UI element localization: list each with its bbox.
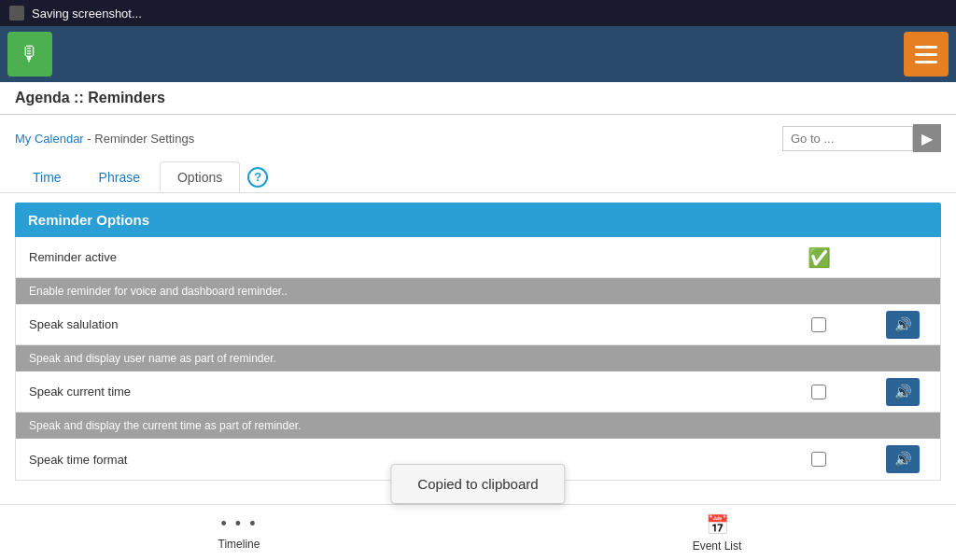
bottom-nav-event-list-label: Event List xyxy=(693,539,742,553)
help-icon[interactable]: ? xyxy=(247,167,268,188)
info-row-0: Enable reminder for voice and dashboard … xyxy=(16,278,940,304)
option-label-speak-current-time: Speak current time xyxy=(16,375,772,408)
option-label-reminder-active: Reminder active xyxy=(16,241,772,273)
checkbox-speak-salulation[interactable] xyxy=(811,317,826,332)
option-row-speak-current-time: Speak current time 🔊 xyxy=(16,371,940,413)
info-row-1: Speak and display user name as part of r… xyxy=(16,345,940,371)
event-list-icon: 📅 xyxy=(706,513,729,536)
option-speaker-area-2: 🔊 xyxy=(865,378,940,406)
screenshot-icon xyxy=(9,6,24,21)
page-title: Agenda :: Reminders xyxy=(15,90,165,105)
option-speaker-area-3: 🔊 xyxy=(865,445,940,473)
info-row-2: Speak and display the current time as pa… xyxy=(16,413,940,439)
page-title-bar: Agenda :: Reminders xyxy=(0,82,956,115)
option-label-speak-salulation: Speak salulation xyxy=(16,308,772,341)
hamburger-line xyxy=(915,53,937,56)
option-check-area-2 xyxy=(772,385,865,399)
option-check-area-3 xyxy=(772,452,865,467)
my-calendar-link[interactable]: My Calendar xyxy=(15,132,84,146)
app-logo: 🎙 xyxy=(7,32,52,77)
breadcrumb-rest: Reminder Settings xyxy=(94,132,194,146)
speaker-button-salulation[interactable]: 🔊 xyxy=(886,311,920,339)
hamburger-line xyxy=(915,61,937,63)
bottom-nav-timeline-label: Timeline xyxy=(218,538,260,551)
bottom-nav-timeline[interactable]: • • • Timeline xyxy=(0,505,478,560)
tab-time[interactable]: Time xyxy=(15,161,79,192)
clipboard-toast: Copied to clipboard xyxy=(390,464,565,504)
tabs-bar: Time Phrase Options ? xyxy=(0,161,956,193)
main-content: Reminder Options Reminder active ✅ Enabl… xyxy=(0,193,956,490)
breadcrumb-separator: - xyxy=(84,132,95,146)
option-row-speak-salulation: Speak salulation 🔊 xyxy=(16,304,940,345)
speaker-button-time-format[interactable]: 🔊 xyxy=(886,445,920,473)
option-check-area-1 xyxy=(772,317,865,332)
section-header: Reminder Options xyxy=(15,203,941,237)
checkbox-speak-current-time[interactable] xyxy=(811,385,826,399)
green-checkmark: ✅ xyxy=(808,246,831,269)
system-bar-label: Saving screenshot... xyxy=(32,7,142,21)
tab-options[interactable]: Options xyxy=(160,161,240,192)
bottom-nav-event-list[interactable]: 📅 Event List xyxy=(478,505,956,560)
tab-phrase[interactable]: Phrase xyxy=(81,161,158,192)
checkbox-speak-time-format[interactable] xyxy=(811,452,826,467)
system-bar: Saving screenshot... xyxy=(0,0,956,26)
goto-icon: ▶ xyxy=(921,130,933,147)
clipboard-toast-text: Copied to clipboard xyxy=(417,476,538,492)
section-title: Reminder Options xyxy=(28,212,149,228)
option-row-reminder-active: Reminder active ✅ xyxy=(16,237,940,278)
hamburger-line xyxy=(915,46,937,49)
breadcrumb: My Calendar - Reminder Settings xyxy=(15,132,194,146)
goto-input[interactable] xyxy=(782,126,913,151)
breadcrumb-bar: My Calendar - Reminder Settings ▶ xyxy=(0,115,956,161)
goto-button[interactable]: ▶ xyxy=(913,124,941,152)
hamburger-button[interactable] xyxy=(904,32,949,77)
option-speaker-area-1: 🔊 xyxy=(865,311,940,339)
logo-icon: 🎙 xyxy=(20,42,40,66)
option-check-area-0: ✅ xyxy=(772,246,865,269)
bottom-nav: • • • Timeline 📅 Event List xyxy=(0,504,956,560)
timeline-icon: • • • xyxy=(221,514,258,534)
goto-box: ▶ xyxy=(782,124,941,152)
app-header: 🎙 xyxy=(0,26,956,82)
speaker-button-current-time[interactable]: 🔊 xyxy=(886,378,920,406)
options-table: Reminder active ✅ Enable reminder for vo… xyxy=(15,237,941,481)
